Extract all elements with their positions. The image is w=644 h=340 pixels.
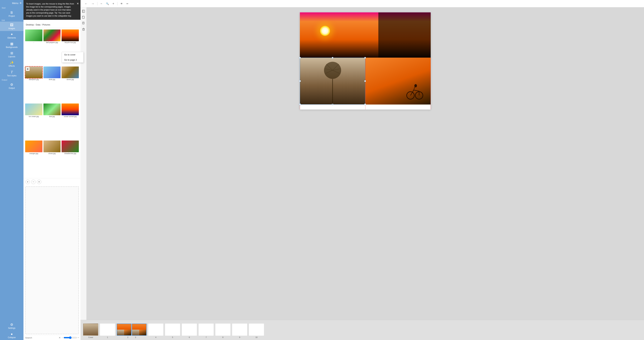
film-page-10[interactable]: 10	[249, 324, 264, 338]
film-spread-2-3	[117, 324, 146, 336]
film-page-4[interactable]: 4	[148, 324, 163, 338]
size-slider: − +	[62, 336, 79, 339]
page-icon	[82, 22, 85, 25]
film-thumb-4	[148, 324, 163, 336]
film-page-2-3[interactable]: 2 3	[117, 324, 146, 338]
menu-header[interactable]: Menu ≡	[0, 0, 24, 6]
handle-middle-left[interactable]	[299, 80, 301, 82]
toolbar-separator-2	[117, 2, 118, 5]
film-page-7[interactable]: 7	[198, 324, 214, 338]
canvas-bottom-left-image[interactable]	[300, 58, 365, 105]
svg-rect-0	[82, 10, 85, 12]
tray-drop-area[interactable]	[25, 186, 79, 334]
toolbar: ← → − 🔍 + 👁 ✏	[80, 0, 644, 7]
canvas-page	[300, 12, 431, 110]
tool-crop[interactable]	[81, 9, 86, 14]
redo-button[interactable]: →	[90, 2, 95, 5]
tray-controls: + − ×	[24, 178, 80, 185]
sidebar-item-output[interactable]: ⚙ Output	[0, 81, 24, 91]
film-page-5[interactable]: 5	[165, 324, 180, 338]
undo-button[interactable]: ←	[84, 2, 88, 5]
sidebar-item-collapse[interactable]: ● Collapse	[0, 331, 24, 340]
search-input[interactable]	[25, 337, 58, 339]
sidebar-item-label-project: Project	[8, 15, 15, 17]
sidebar-item-project[interactable]: 🗎 Project	[0, 9, 24, 18]
size-slider-input[interactable]	[64, 336, 77, 339]
menu-label: Menu	[12, 2, 18, 4]
sidebar-item-label-text-styles: Text styles	[7, 75, 16, 77]
canvas-container[interactable]	[86, 7, 644, 320]
sidebar-item-effects[interactable]: ✨ Effects	[0, 59, 24, 68]
hamburger-icon[interactable]: ≡	[20, 1, 22, 5]
list-item[interactable]: strawberries.jpg	[62, 141, 79, 176]
output-icon: ⚙	[10, 83, 13, 86]
film-page-cover[interactable]: Cover	[83, 324, 98, 338]
toolbar-separator-1	[97, 2, 98, 5]
sidebar-item-layouts[interactable]: ⊞ Layouts	[0, 50, 24, 59]
tool-page[interactable]	[81, 21, 86, 26]
sidebar-item-text-styles[interactable]: T Text styles	[0, 68, 24, 78]
image-ocean-thumb	[62, 104, 79, 115]
list-item[interactable]: kiwi.jpg	[44, 104, 61, 140]
sidebar-item-settings[interactable]: ⚙ Settings	[0, 321, 24, 331]
sidebar: Menu ≡ Start 🗎 Project Edit 🖼 Images ✦ E…	[0, 0, 24, 340]
search-clear-icon[interactable]: ✕	[59, 336, 61, 339]
main-area: ← → − 🔍 + 👁 ✏	[80, 0, 644, 340]
image-bicycle-label: bicycle tour.jpg	[65, 41, 76, 43]
images-panel: To insert images, use the mouse to drag …	[24, 0, 80, 340]
dandylion-svg	[317, 61, 348, 105]
svg-rect-6	[83, 29, 84, 30]
tooltip-box: To insert images, use the mouse to drag …	[24, 0, 80, 20]
film-label-10: 10	[256, 336, 258, 338]
tray-add-button[interactable]: +	[26, 180, 30, 184]
sidebar-item-images[interactable]: 🖼 Images	[0, 22, 24, 31]
film-thumb-9	[232, 324, 247, 336]
film-label-8: 8	[222, 336, 224, 338]
tray-clear-button[interactable]: ×	[37, 180, 41, 184]
tooltip-close-button[interactable]: ✕	[77, 2, 79, 6]
minus-icon: −	[32, 180, 34, 183]
zoom-out-button[interactable]: −	[100, 2, 103, 5]
film-page-8[interactable]: 8	[215, 324, 230, 338]
breadcrumb-pictures[interactable]: Pictures	[42, 23, 50, 26]
list-item[interactable]: shoes.jpg	[44, 141, 61, 176]
list-item[interactable]: ⊞ dandylion.jpg	[25, 66, 42, 103]
sidebar-item-backgrounds[interactable]: ▦ Backgrounds	[0, 40, 24, 50]
image-icecream-thumb	[25, 104, 42, 115]
list-item[interactable]: ice cream.jpg	[25, 104, 42, 140]
film-page-1[interactable]: 1	[100, 324, 115, 338]
image-bell-peppers-label: bell peppers.jpg	[46, 41, 58, 43]
film-thumb-cover	[83, 324, 98, 336]
tray-remove-button[interactable]: −	[31, 180, 36, 184]
film-page-9[interactable]: 9	[232, 324, 247, 338]
list-item[interactable]: bell peppers.jpg	[44, 29, 61, 65]
sidebar-item-label-effects: Effects	[9, 65, 15, 67]
images-icon: 🖼	[10, 23, 14, 27]
edit-button[interactable]: ✏	[126, 2, 129, 5]
tool-delete[interactable]	[81, 27, 86, 32]
context-menu-item-page2[interactable]: Go to page 2	[62, 57, 83, 62]
tool-move[interactable]	[81, 15, 86, 20]
slider-min-label: −	[62, 337, 63, 339]
image-dunes-label: dunes.jpg	[66, 79, 74, 80]
list-item[interactable]: -	[25, 29, 42, 65]
edit-label: Edit	[0, 18, 24, 22]
elements-icon: ✦	[10, 33, 13, 36]
film-thumb-7	[198, 324, 214, 336]
zoom-in-button[interactable]: +	[112, 2, 115, 5]
view-button[interactable]: 👁	[120, 2, 124, 5]
breadcrumb-data[interactable]: Data	[36, 23, 40, 26]
list-item[interactable]: drink.jpg	[44, 66, 61, 103]
breadcrumb-desktop[interactable]: Desktop	[26, 23, 34, 26]
filmstrip: Cover 1	[80, 320, 644, 340]
context-menu-item-cover[interactable]: Go to cover	[62, 52, 83, 57]
list-item[interactable]: dunes.jpg	[62, 66, 79, 103]
list-item[interactable]: oranges.jpg	[25, 141, 42, 176]
sidebar-item-label-output: Output	[9, 87, 15, 89]
sidebar-item-elements[interactable]: ✦ Elements	[0, 31, 24, 40]
film-page-6[interactable]: 6	[182, 324, 197, 338]
list-item[interactable]: ocean sunset.jpg	[62, 104, 79, 140]
zoom-fit-button[interactable]: 🔍	[105, 2, 110, 5]
handle-bottom-left[interactable]	[299, 104, 301, 105]
breadcrumb: Desktop / Data / Pictures	[24, 22, 80, 28]
